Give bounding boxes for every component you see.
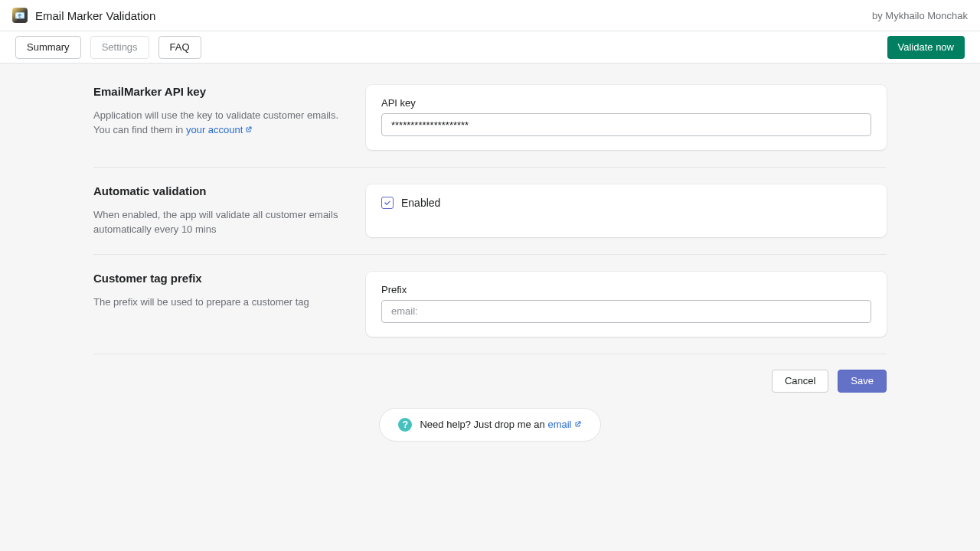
- api-key-card: API key: [366, 85, 887, 150]
- api-key-title: EmailMarker API key: [93, 85, 348, 98]
- enabled-checkbox-label: Enabled: [401, 197, 440, 209]
- prefix-field-label: Prefix: [381, 284, 871, 295]
- tabbar: Summary Settings FAQ Validate now: [0, 31, 980, 64]
- api-key-input[interactable]: [381, 113, 871, 136]
- app-title: Email Marker Validation: [35, 9, 155, 22]
- section-auto-validation: Automatic validation When enabled, the a…: [93, 168, 887, 255]
- prefix-input[interactable]: [381, 300, 871, 323]
- external-link-icon: [574, 419, 582, 426]
- help-pill: ? Need help? Just drop me an email: [379, 408, 600, 442]
- validate-now-button[interactable]: Validate now: [887, 36, 965, 59]
- auto-title: Automatic validation: [93, 184, 348, 197]
- byline: by Mykhailo Monchak: [872, 10, 968, 21]
- auto-card: Enabled: [366, 184, 887, 237]
- api-key-field-label: API key: [381, 97, 871, 109]
- prefix-card: Prefix: [366, 272, 887, 337]
- form-actions: Cancel Save: [93, 354, 887, 393]
- api-key-desc: Application will use the key to validate…: [93, 109, 348, 138]
- enabled-checkbox[interactable]: [381, 197, 394, 209]
- section-prefix: Customer tag prefix The prefix will be u…: [93, 255, 887, 354]
- help-icon: ?: [398, 418, 412, 432]
- section-api-key: EmailMarker API key Application will use…: [93, 70, 887, 168]
- auto-desc: When enabled, the app will validate all …: [93, 208, 348, 237]
- prefix-desc: The prefix will be used to prepare a cus…: [93, 295, 348, 310]
- app-logo: 📧: [12, 8, 28, 23]
- your-account-link[interactable]: your account: [186, 124, 253, 135]
- external-link-icon: [245, 123, 253, 131]
- cancel-button[interactable]: Cancel: [772, 370, 828, 393]
- checkmark-icon: [384, 199, 391, 207]
- tab-faq[interactable]: FAQ: [158, 36, 201, 59]
- email-link[interactable]: email: [547, 419, 581, 430]
- prefix-title: Customer tag prefix: [93, 272, 348, 285]
- topbar: 📧 Email Marker Validation by Mykhailo Mo…: [0, 0, 980, 31]
- help-text: Need help? Just drop me an: [420, 419, 547, 430]
- tab-settings[interactable]: Settings: [90, 36, 149, 59]
- tab-summary[interactable]: Summary: [15, 36, 81, 59]
- save-button[interactable]: Save: [838, 370, 887, 393]
